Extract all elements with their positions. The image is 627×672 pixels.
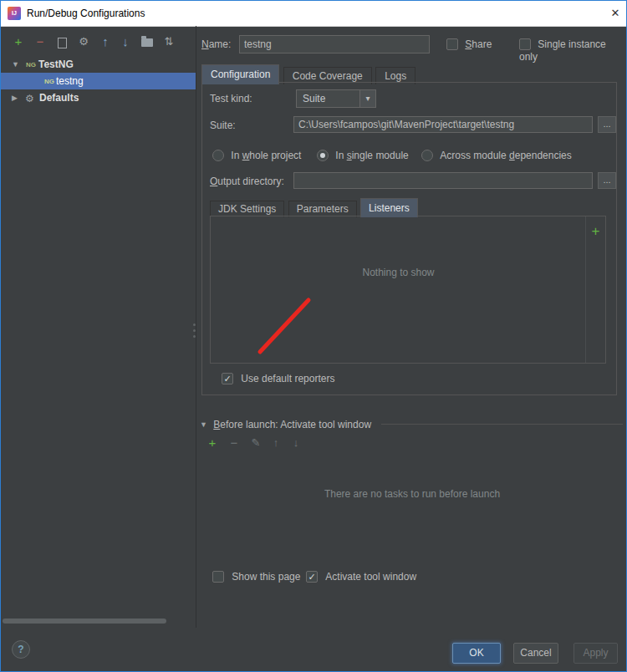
- config-tabs: Configuration Code Coverage Logs: [201, 64, 416, 83]
- sort-configurations-button[interactable]: ⇅: [160, 33, 178, 51]
- tree-item-defaults-group[interactable]: ▶ ⚙ Defaults: [1, 89, 196, 106]
- before-launch-edit-button[interactable]: ✎: [248, 435, 263, 451]
- create-folder-button[interactable]: [138, 33, 156, 51]
- radio-label: Across module dependencies: [440, 150, 571, 161]
- test-kind-value: Suite: [303, 90, 325, 107]
- test-kind-select[interactable]: Suite ▾: [296, 89, 376, 108]
- move-up-button[interactable]: ↑: [96, 33, 115, 51]
- name-input[interactable]: [239, 35, 430, 53]
- folder-icon: [141, 38, 153, 47]
- tab-jdk-settings[interactable]: JDK Settings: [210, 201, 284, 217]
- radio-in-single-module[interactable]: In single module: [317, 149, 409, 161]
- tab-parameters[interactable]: Parameters: [288, 201, 357, 217]
- section-separator: [381, 424, 623, 425]
- move-down-button[interactable]: ↓: [116, 33, 135, 51]
- output-directory-input[interactable]: [293, 172, 593, 189]
- checkbox-box: [446, 38, 458, 50]
- before-launch-header[interactable]: ▼ Before launch: Activate tool window: [200, 418, 371, 430]
- check-icon: ✓: [308, 572, 315, 582]
- radio-circle: [421, 150, 433, 161]
- tree-item-label: testng: [56, 73, 84, 89]
- radio-in-whole-project[interactable]: In whole project: [212, 149, 301, 161]
- add-configuration-button[interactable]: +: [9, 33, 28, 51]
- share-label: Share: [465, 38, 492, 50]
- show-this-page-checkbox[interactable]: Show this page: [212, 570, 300, 583]
- before-launch-title: Before launch: Activate tool window: [213, 419, 371, 430]
- gear-icon: ⚙: [25, 90, 34, 107]
- chevron-down-icon: ▼: [12, 56, 19, 73]
- single-instance-label: Single instance only: [519, 38, 606, 63]
- activate-tool-window-checkbox[interactable]: ✓ Activate tool window: [306, 570, 416, 583]
- cancel-button[interactable]: Cancel: [513, 643, 558, 664]
- tab-listeners[interactable]: Listeners: [360, 198, 418, 217]
- splitter[interactable]: [196, 26, 196, 628]
- radio-label: In whole project: [231, 150, 301, 161]
- chevron-right-icon: ▶: [12, 89, 18, 106]
- testng-icon: NG: [26, 57, 36, 74]
- suite-input[interactable]: [293, 116, 593, 133]
- ok-button[interactable]: OK: [452, 643, 501, 664]
- suite-label: Suite:: [210, 120, 236, 131]
- help-button[interactable]: ?: [12, 640, 30, 659]
- activate-tool-window-label: Activate tool window: [325, 571, 416, 583]
- chevron-down-icon: ▼: [200, 420, 207, 429]
- apply-button[interactable]: Apply: [573, 643, 618, 664]
- radio-label: In single module: [335, 150, 408, 161]
- radio-across-module-dependencies[interactable]: Across module dependencies: [421, 149, 572, 161]
- before-launch-move-up-button[interactable]: ↑: [268, 435, 283, 451]
- suite-browse-button[interactable]: ...: [598, 116, 616, 133]
- chevron-down-icon: ▾: [359, 90, 375, 107]
- inner-tabs: JDK Settings Parameters Listeners: [210, 198, 419, 216]
- listeners-toolbar: +: [585, 216, 605, 363]
- share-checkbox[interactable]: Share: [446, 38, 492, 50]
- intellij-logo-icon: IJ: [8, 7, 21, 20]
- edit-defaults-button[interactable]: ⚙: [74, 33, 93, 51]
- copy-icon: [58, 38, 67, 48]
- use-default-reporters-label: Use default reporters: [241, 373, 334, 384]
- tree-item-testng-group[interactable]: ▼ NG TestNG: [1, 56, 196, 73]
- window-title: Run/Debug Configurations: [27, 1, 145, 26]
- tree-item-label: Defaults: [39, 89, 79, 106]
- single-instance-checkbox[interactable]: Single instance only: [519, 38, 626, 63]
- splitter-grip: [193, 323, 196, 326]
- checkbox-box: ✓: [306, 571, 318, 583]
- check-icon: ✓: [223, 374, 231, 384]
- copy-configuration-button[interactable]: [53, 33, 71, 51]
- close-icon[interactable]: ✕: [603, 1, 627, 26]
- before-launch-empty-text: There are no tasks to run before launch: [201, 488, 623, 500]
- run-debug-configurations-dialog: IJ Run/Debug Configurations ✕ + − ⚙ ↑ ↓ …: [0, 0, 627, 672]
- tab-configuration[interactable]: Configuration: [201, 64, 279, 84]
- before-launch-move-down-button[interactable]: ↓: [288, 435, 303, 451]
- checkbox-box: ✓: [222, 373, 233, 384]
- output-directory-label: Output directory:: [210, 176, 284, 187]
- use-default-reporters-checkbox[interactable]: ✓ Use default reporters: [222, 372, 334, 384]
- show-this-page-label: Show this page: [232, 571, 300, 583]
- test-kind-label: Test kind:: [210, 93, 252, 104]
- before-launch-remove-button[interactable]: −: [227, 435, 242, 451]
- window-titlebar: IJ Run/Debug Configurations ✕: [1, 1, 626, 27]
- before-launch-add-button[interactable]: +: [205, 435, 220, 451]
- tree-horizontal-scrollbar[interactable]: [3, 619, 166, 624]
- name-label: Name:: [201, 38, 231, 50]
- checkbox-box: [519, 38, 531, 50]
- radio-circle: [317, 150, 329, 161]
- listeners-empty-text: Nothing to show: [211, 267, 586, 278]
- remove-configuration-button[interactable]: −: [31, 33, 49, 51]
- checkbox-box: [212, 571, 224, 583]
- splitter-grip: [193, 335, 196, 338]
- output-browse-button[interactable]: ...: [598, 172, 616, 189]
- add-listener-button[interactable]: +: [586, 223, 605, 240]
- red-arrow-annotation: [250, 293, 319, 360]
- tree-item-testng-config[interactable]: NG testng: [1, 73, 196, 89]
- radio-circle: [212, 150, 224, 161]
- testng-icon: NG: [44, 74, 54, 90]
- tree-item-label: TestNG: [38, 56, 74, 73]
- splitter-grip: [193, 329, 196, 332]
